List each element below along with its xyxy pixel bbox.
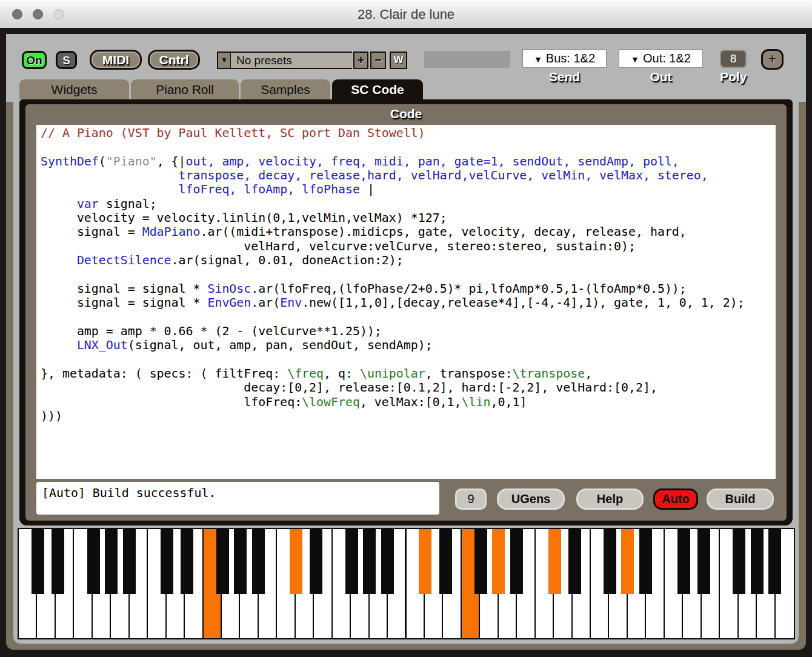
piano-key-D#2[interactable]: [181, 529, 193, 594]
piano-key-F#4[interactable]: [474, 529, 487, 594]
piano-key-G#1[interactable]: [105, 529, 118, 594]
code-line: signal = signal * EnvGen.ar(Env.new([1,1…: [41, 296, 776, 310]
code-line: velHard, velcurve:velCurve, stereo:stere…: [41, 239, 776, 253]
piano-key-D#3[interactable]: [310, 529, 322, 594]
code-line: [41, 140, 776, 154]
code-line: signal = signal * SinOsc.ar(lfoFreq,(lfo…: [41, 282, 776, 296]
chevron-down-icon: ▼: [534, 55, 542, 64]
ugen-count-button[interactable]: 9: [455, 489, 487, 510]
piano-key-F#2[interactable]: [216, 529, 229, 594]
code-line: [41, 267, 776, 281]
code-line: velocity = velocity.linlin(0,1,velMin,ve…: [41, 211, 776, 225]
piano-key-F#3[interactable]: [345, 529, 358, 594]
piano-key-G#4[interactable]: [492, 529, 505, 594]
piano-key-A#2[interactable]: [252, 529, 265, 594]
cntrl-button[interactable]: Cntrl: [148, 50, 200, 70]
piano-key-D#1[interactable]: [52, 529, 64, 594]
piano-key-F#1[interactable]: [87, 529, 100, 594]
preset-dropdown-icon[interactable]: ▼: [217, 52, 231, 69]
auto-build-button[interactable]: Auto: [653, 489, 698, 510]
tab-samples[interactable]: Samples: [241, 79, 330, 99]
code-editor[interactable]: // A Piano (VST by Paul Kellett, SC port…: [36, 125, 776, 479]
build-status-field[interactable]: [Auto] Build successful.: [36, 482, 439, 515]
code-line: ))): [41, 409, 776, 423]
piano-key-A#4[interactable]: [510, 529, 523, 594]
code-line: decay:[0,2], release:[0.1,2], hard:[-2,2…: [41, 381, 776, 395]
piano-key-G#2[interactable]: [234, 529, 247, 594]
tab-piano-roll[interactable]: Piano Roll: [131, 79, 239, 99]
on-button[interactable]: On: [22, 51, 47, 69]
chevron-down-icon: ▼: [631, 55, 639, 64]
code-line: amp = amp * 0.66 * (2 - (velCurve**1.25)…: [41, 324, 776, 338]
midi-button[interactable]: MIDI: [90, 50, 142, 70]
piano-key-G#3[interactable]: [363, 529, 376, 594]
piano-key-A#5[interactable]: [639, 529, 652, 594]
send-label: Send: [522, 70, 607, 84]
piano-key-C#4[interactable]: [419, 529, 431, 594]
piano-key-G#5[interactable]: [621, 529, 634, 594]
piano-keyboard[interactable]: [18, 528, 795, 639]
code-line: SynthDef("Piano", {|out, amp, velocity, …: [41, 155, 776, 168]
code-line: DetectSilence.ar(signal, 0.01, doneActio…: [41, 253, 776, 267]
piano-key-F#5[interactable]: [604, 529, 616, 594]
preset-add-button[interactable]: +: [353, 52, 368, 69]
code-line: // A Piano (VST by Paul Kellett, SC port…: [41, 126, 776, 140]
code-line: lfoFreq:\lowFreq, velMax:[0,1,\lin,0,1]: [41, 395, 776, 409]
piano-key-C#3[interactable]: [290, 529, 302, 594]
preset-field[interactable]: No presets: [231, 52, 352, 69]
piano-key-G#6[interactable]: [751, 529, 764, 594]
piano-key-C#1[interactable]: [32, 529, 44, 594]
code-line: signal = MdaPiano.ar((midi+transpose).mi…: [41, 225, 776, 239]
piano-key-C#2[interactable]: [161, 529, 173, 594]
out-value: Out: 1&2: [643, 52, 691, 65]
code-header: Code: [25, 107, 787, 122]
window-title: 28. Clair de lune: [0, 0, 812, 28]
build-button[interactable]: Build: [707, 489, 774, 510]
code-line: transpose, decay, release,hard, velHard,…: [41, 168, 776, 182]
preset-remove-button[interactable]: −: [370, 52, 386, 69]
out-dropdown[interactable]: ▼Out: 1&2: [619, 49, 703, 68]
piano-key-A#1[interactable]: [123, 529, 136, 594]
poly-count-box[interactable]: 8: [720, 50, 747, 68]
add-channel-button[interactable]: +: [761, 49, 784, 70]
send-bus-dropdown[interactable]: ▼Bus: 1&2: [522, 49, 607, 68]
code-line: lfoFreq, lfoAmp, lfoPhase |: [41, 182, 776, 196]
preset-write-button[interactable]: W: [390, 52, 407, 69]
poly-label: Poly: [720, 70, 747, 84]
tab-widgets[interactable]: Widgets: [19, 79, 129, 99]
tab-sc-code[interactable]: SC Code: [332, 79, 423, 99]
piano-key-D#6[interactable]: [697, 529, 710, 594]
piano-key-A#3[interactable]: [381, 529, 394, 594]
piano-key-C#6[interactable]: [677, 529, 690, 594]
solo-button[interactable]: S: [56, 51, 77, 69]
code-line: [41, 310, 776, 324]
ugens-button[interactable]: UGens: [497, 489, 565, 510]
code-line: LNX_Out(signal, out, amp, pan, sendOut, …: [41, 338, 776, 352]
code-line: [41, 353, 776, 367]
piano-key-C#5[interactable]: [548, 529, 561, 594]
piano-key-F#6[interactable]: [733, 529, 745, 594]
code-line: var signal;: [41, 197, 776, 211]
piano-key-A#6[interactable]: [768, 529, 781, 594]
piano-key-D#5[interactable]: [568, 529, 581, 594]
out-label: Out: [619, 70, 703, 84]
code-line: }, metadata: ( specs: ( filtFreq: \freq,…: [41, 367, 776, 381]
piano-key-D#4[interactable]: [439, 529, 452, 594]
send-bus-value: Bus: 1&2: [546, 52, 595, 65]
help-button[interactable]: Help: [576, 489, 644, 510]
level-meter: [424, 51, 510, 68]
